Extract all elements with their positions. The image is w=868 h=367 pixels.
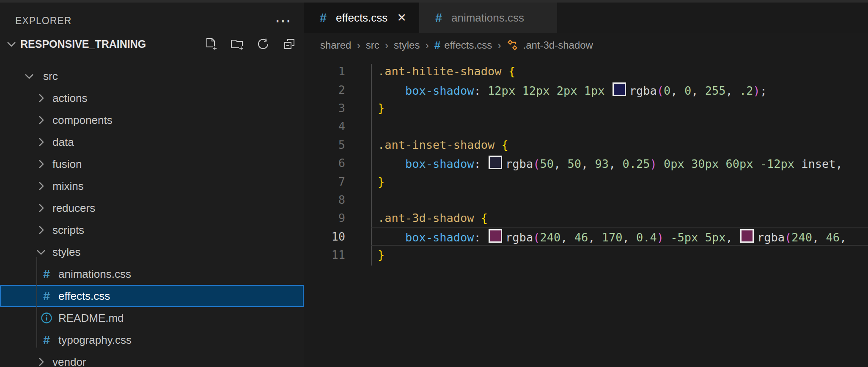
line-number: 4 bbox=[304, 120, 345, 133]
explorer-header: EXPLORER ⋯ bbox=[0, 3, 304, 33]
close-icon[interactable]: ✕ bbox=[397, 11, 407, 25]
tree-item-label: animations.css bbox=[58, 268, 131, 281]
tree-folder-scripts[interactable]: scripts bbox=[0, 219, 304, 241]
code-line-1[interactable]: 1.ant-hilite-shadow { bbox=[304, 62, 868, 80]
refresh-button[interactable] bbox=[256, 37, 270, 51]
chevron-right-icon bbox=[35, 180, 47, 192]
tab-animations-css[interactable]: #animations.css bbox=[419, 3, 557, 33]
color-swatch[interactable] bbox=[489, 229, 502, 243]
tree-folder-components[interactable]: components bbox=[0, 109, 304, 131]
line-text: } bbox=[378, 175, 385, 188]
workspace-section-header[interactable]: RESPONSIVE_TRAINING bbox=[0, 33, 304, 55]
color-swatch[interactable] bbox=[489, 156, 502, 169]
code-line-4[interactable]: 4 bbox=[304, 117, 868, 135]
color-swatch[interactable] bbox=[740, 229, 754, 243]
tree-item-label: actions bbox=[52, 92, 87, 105]
chevron-down-icon bbox=[35, 246, 47, 258]
tree-item-label: fusion bbox=[52, 158, 82, 171]
code-line-3[interactable]: 3} bbox=[304, 99, 868, 117]
tree-folder-actions[interactable]: actions bbox=[0, 87, 304, 109]
line-text: .ant-3d-shadow { bbox=[378, 211, 488, 225]
tree-folder-src[interactable]: src bbox=[0, 65, 304, 87]
breadcrumb-item-styles[interactable]: styles bbox=[394, 39, 420, 51]
chevron-right-icon bbox=[35, 356, 47, 367]
tree-item-label: reducers bbox=[52, 202, 95, 215]
tab-label: animations.css bbox=[451, 11, 524, 25]
line-text: .ant-inset-shadow { bbox=[378, 138, 508, 151]
breadcrumb-label: shared bbox=[320, 39, 351, 51]
line-text: box-shadow: rgba(240, 46, 170, 0.4) -5px… bbox=[378, 229, 846, 244]
explorer-more-actions-button[interactable]: ⋯ bbox=[275, 16, 291, 25]
tree-item-label: styles bbox=[52, 246, 80, 259]
breadcrumb-separator: › bbox=[385, 39, 388, 52]
color-swatch[interactable] bbox=[613, 82, 626, 96]
tree-folder-fusion[interactable]: fusion bbox=[0, 153, 304, 175]
tree-file-effects-css[interactable]: #effects.css bbox=[0, 285, 304, 307]
code-line-2[interactable]: 2 box-shadow: 12px 12px 2px 1px rgba(0, … bbox=[304, 80, 868, 99]
tree-item-label: scripts bbox=[52, 224, 84, 237]
new-file-button[interactable] bbox=[204, 37, 217, 51]
css-file-icon: # bbox=[316, 11, 330, 25]
collapse-all-button[interactable] bbox=[283, 37, 296, 51]
tree-item-label: typography.css bbox=[58, 334, 132, 347]
css-file-icon: # bbox=[40, 267, 53, 281]
tree-file-README-md[interactable]: README.md bbox=[0, 307, 304, 329]
code-content[interactable]: 1.ant-hilite-shadow {2 box-shadow: 12px … bbox=[304, 62, 868, 264]
css-file-icon: # bbox=[434, 39, 440, 52]
chevron-right-icon bbox=[35, 224, 47, 236]
tree-folder-styles[interactable]: styles bbox=[0, 241, 304, 263]
tree-folder-reducers[interactable]: reducers bbox=[0, 197, 304, 219]
chevron-right-icon bbox=[35, 136, 47, 148]
chevron-right-icon bbox=[35, 92, 47, 104]
line-number: 10 bbox=[304, 230, 345, 243]
line-number: 8 bbox=[304, 193, 345, 206]
line-number: 6 bbox=[304, 156, 345, 170]
tree-item-label: vendor bbox=[52, 356, 86, 367]
file-tree: srcactionscomponentsdatafusionmixinsredu… bbox=[0, 65, 304, 367]
editor-area: #effects.css✕#animations.css shared›src›… bbox=[304, 3, 868, 367]
breadcrumb-item-effects-css[interactable]: #effects.css bbox=[434, 39, 492, 52]
breadcrumb-label: src bbox=[366, 39, 379, 51]
tree-indent-guide bbox=[36, 257, 37, 348]
breadcrumb-item-ant-3d-shadow[interactable]: .ant-3d-shadow bbox=[506, 39, 593, 52]
chevron-down-icon bbox=[5, 38, 18, 50]
code-line-5[interactable]: 5.ant-inset-shadow { bbox=[304, 136, 868, 154]
line-text: } bbox=[378, 101, 385, 115]
line-number: 2 bbox=[304, 83, 345, 96]
breadcrumb: shared›src›styles›#effects.css›.ant-3d-s… bbox=[304, 33, 868, 58]
tab-effects-css[interactable]: #effects.css✕ bbox=[304, 3, 419, 33]
tree-folder-vendor[interactable]: vendor bbox=[0, 351, 304, 367]
code-line-6[interactable]: 6 box-shadow: rgba(50, 50, 93, 0.25) 0px… bbox=[304, 154, 868, 172]
section-action-buttons bbox=[204, 37, 296, 51]
breadcrumb-separator: › bbox=[497, 39, 501, 52]
line-number: 1 bbox=[304, 65, 345, 78]
tree-file-animations-css[interactable]: #animations.css bbox=[0, 263, 304, 285]
tree-file-typography-css[interactable]: #typography.css bbox=[0, 329, 304, 351]
line-number: 3 bbox=[304, 101, 345, 115]
chevron-down-icon bbox=[23, 70, 36, 82]
breadcrumb-item-src[interactable]: src bbox=[366, 39, 379, 51]
line-number: 7 bbox=[304, 175, 345, 188]
info-file-icon bbox=[40, 312, 53, 324]
chevron-right-icon bbox=[35, 202, 47, 214]
new-folder-button[interactable] bbox=[230, 37, 244, 51]
tree-item-label: src bbox=[43, 70, 58, 83]
tree-item-label: data bbox=[52, 136, 74, 149]
css-file-icon: # bbox=[40, 333, 53, 347]
tree-folder-data[interactable]: data bbox=[0, 131, 304, 153]
breadcrumb-label: styles bbox=[394, 39, 420, 51]
code-line-7[interactable]: 7} bbox=[304, 172, 868, 190]
css-file-icon: # bbox=[432, 11, 445, 25]
tree-folder-mixins[interactable]: mixins bbox=[0, 175, 304, 197]
tree-item-label: README.md bbox=[58, 312, 124, 325]
breadcrumb-separator: › bbox=[425, 39, 429, 52]
code-line-10[interactable]: 10 box-shadow: rgba(240, 46, 170, 0.4) -… bbox=[304, 227, 868, 246]
explorer-title: EXPLORER bbox=[15, 15, 71, 27]
code-line-11[interactable]: 11} bbox=[304, 246, 868, 264]
breadcrumb-item-shared[interactable]: shared bbox=[320, 39, 351, 51]
code-line-9[interactable]: 9.ant-3d-shadow { bbox=[304, 209, 868, 227]
line-text: box-shadow: 12px 12px 2px 1px rgba(0, 0,… bbox=[378, 82, 767, 97]
code-line-8[interactable]: 8 bbox=[304, 191, 868, 209]
line-number: 5 bbox=[304, 138, 345, 151]
workspace-name: RESPONSIVE_TRAINING bbox=[20, 38, 146, 50]
